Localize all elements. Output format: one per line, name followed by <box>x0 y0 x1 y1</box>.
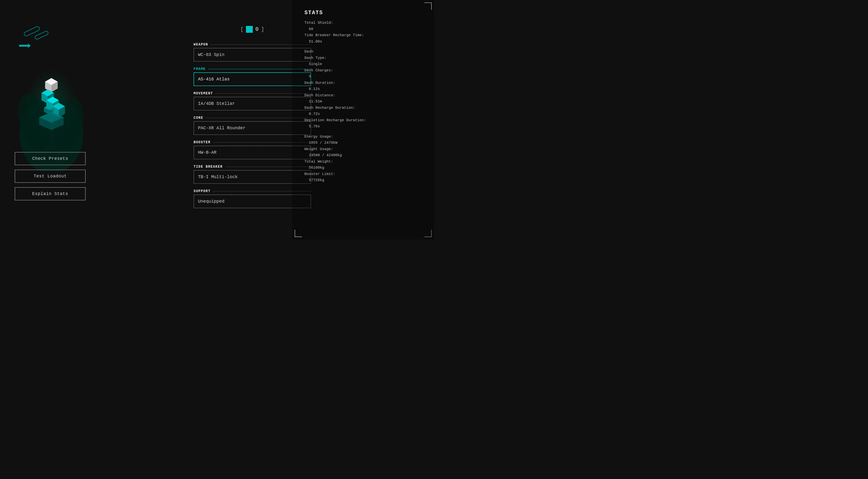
stat-dash-distance-value: 11.51m <box>304 99 422 105</box>
svg-marker-1 <box>28 43 31 48</box>
stats-title: STATS <box>304 10 422 16</box>
stat-dash-duration-label: Dash Duration: <box>304 80 422 86</box>
stat-weight-usage-value: 24500 / 42400kg <box>304 152 422 159</box>
stats-section-dash: Dash Dash Type: Single Dash Charges: 5 D… <box>304 48 422 130</box>
stat-dash-header: Dash <box>304 48 422 55</box>
sidebar-buttons: Check Presets Test Loadout Explain Stats <box>15 152 86 200</box>
check-presets-button[interactable]: Check Presets <box>15 152 86 165</box>
stat-total-weight-label: Total Weight: <box>304 159 422 165</box>
bracket-right: ] <box>261 26 264 33</box>
currency-icon <box>246 26 253 33</box>
corner-bracket-bottom-left <box>294 230 302 237</box>
stat-depletion-recharge-label: Depletion Recharge Duration: <box>304 117 422 124</box>
stat-total-shield-value: 60 <box>304 26 422 33</box>
stat-dash-type-value: Single <box>304 61 422 67</box>
stat-weight-usage-label: Weight Usage: <box>304 146 422 152</box>
corner-bracket-top-right <box>424 2 432 10</box>
stat-total-weight-value: 56100kg <box>304 165 422 171</box>
stat-dash-recharge-value: 0.72s <box>304 111 422 117</box>
stat-dash-duration-value: 0.12s <box>304 86 422 92</box>
bracket-left: [ <box>240 26 244 33</box>
stat-dash-type-label: Dash Type: <box>304 55 422 61</box>
stat-dash-recharge-label: Dash Recharge Duration: <box>304 105 422 111</box>
stat-tb-recharge-label: Tide Breaker Recharge Time: <box>304 32 422 39</box>
stat-total-shield-label: Total Shield: <box>304 20 422 26</box>
decor-arrow <box>19 43 31 49</box>
stat-booster-limit-value: 57726kg <box>304 177 422 183</box>
stat-dash-distance-label: Dash Distance: <box>304 92 422 99</box>
test-loadout-button[interactable]: Test Loadout <box>15 170 86 183</box>
stat-energy-usage-value: 1855 / 2470kW <box>304 140 422 146</box>
stat-energy-usage-label: Energy Usage: <box>304 134 422 140</box>
explain-stats-button[interactable]: Explain Stats <box>15 187 86 200</box>
stat-depletion-recharge-value: 5.76s <box>304 124 422 130</box>
svg-rect-0 <box>19 45 28 47</box>
stat-dash-charges-value: 5 <box>304 74 422 80</box>
stats-panel: STATS Total Shield: 60 Tide Breaker Rech… <box>292 0 434 240</box>
stat-booster-limit-label: Booster Limit: <box>304 171 422 177</box>
stat-dash-charges-label: Dash Charges: <box>304 67 422 74</box>
stats-section-shield: Total Shield: 60 Tide Breaker Recharge T… <box>304 20 422 45</box>
stats-section-energy: Energy Usage: 1855 / 2470kW Weight Usage… <box>304 134 422 183</box>
stat-tb-recharge-value: 51.00s <box>304 39 422 45</box>
currency-value: 0 <box>255 26 258 33</box>
